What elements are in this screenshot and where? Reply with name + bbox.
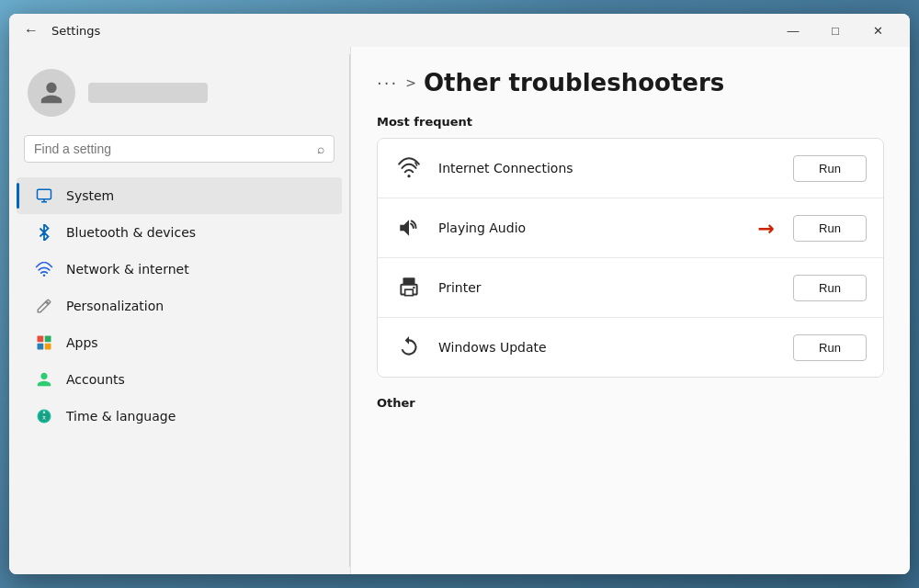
back-button[interactable]: ← — [20, 18, 42, 42]
run-button-printer[interactable]: Run — [793, 275, 867, 301]
accounts-icon — [35, 370, 53, 389]
sidebar-item-time[interactable]: A 文 Time & language — [17, 398, 342, 435]
breadcrumb: ··· > Other troubleshooters — [377, 69, 884, 96]
troubleshooter-item-audio: Playing Audio → Run — [378, 198, 883, 258]
troubleshooter-item-winupdate: Windows Update Run — [378, 318, 883, 377]
run-button-audio[interactable]: Run — [793, 215, 867, 242]
troubleshooter-item-printer: Printer Run — [378, 258, 883, 318]
maximize-button[interactable]: □ — [814, 16, 857, 45]
settings-window: ← Settings — □ ✕ ⌕ — [9, 14, 910, 574]
svg-text:A: A — [43, 411, 46, 414]
troubleshooter-left-printer: Printer — [394, 273, 482, 302]
search-input[interactable] — [34, 141, 310, 156]
time-icon: A 文 — [35, 407, 53, 425]
internet-icon — [394, 153, 424, 183]
sidebar-item-personalization[interactable]: Personalization — [17, 288, 342, 324]
svg-rect-13 — [405, 289, 414, 296]
troubleshooter-right-printer: Run — [793, 275, 867, 301]
svg-rect-14 — [413, 287, 414, 288]
sidebar-item-personalization-label: Personalization — [66, 299, 164, 313]
sidebar-item-accounts[interactable]: Accounts — [17, 361, 342, 398]
titlebar: ← Settings — □ ✕ — [9, 14, 910, 47]
main-panel: ··· > Other troubleshooters Most frequen… — [350, 47, 910, 574]
svg-rect-3 — [45, 336, 51, 343]
svg-point-1 — [43, 274, 46, 277]
wifi-icon — [35, 260, 53, 278]
section-label-frequent: Most frequent — [377, 115, 884, 129]
arrow-indicator: → — [758, 217, 775, 240]
update-icon — [394, 333, 424, 362]
sidebar-item-apps-label: Apps — [66, 335, 98, 350]
breadcrumb-dots: ··· — [377, 74, 398, 93]
sidebar-item-bluetooth-label: Bluetooth & devices — [66, 225, 196, 240]
titlebar-left: ← Settings — [20, 18, 100, 42]
user-section — [9, 58, 349, 135]
troubleshooter-item-internet: Internet Connections Run — [378, 139, 883, 198]
sidebar-item-system-label: System — [66, 188, 114, 203]
sidebar: ⌕ System — [9, 47, 349, 574]
troubleshooter-left-winupdate: Windows Update — [394, 333, 547, 362]
sidebar-item-system[interactable]: System — [17, 177, 342, 214]
troubleshooter-left-internet: Internet Connections — [394, 153, 573, 183]
sidebar-item-bluetooth[interactable]: Bluetooth & devices — [17, 214, 342, 251]
content-area: ⌕ System — [9, 47, 910, 574]
apps-icon — [35, 334, 53, 352]
playing-audio-label: Playing Audio — [438, 220, 526, 235]
section-label-other: Other — [377, 396, 884, 410]
run-button-winupdate[interactable]: Run — [793, 334, 867, 361]
audio-icon — [394, 213, 424, 243]
search-bar[interactable]: ⌕ — [24, 135, 335, 163]
avatar — [28, 69, 75, 117]
page-title: Other troubleshooters — [424, 69, 724, 96]
troubleshooter-left-audio: Playing Audio — [394, 213, 526, 243]
sidebar-item-accounts-label: Accounts — [66, 372, 125, 387]
sidebar-item-apps[interactable]: Apps — [17, 324, 342, 361]
sidebar-item-network-label: Network & internet — [66, 262, 189, 277]
troubleshooter-right-winupdate: Run — [793, 334, 867, 361]
svg-rect-4 — [38, 344, 44, 350]
breadcrumb-arrow: > — [405, 75, 416, 90]
user-name-placeholder — [88, 83, 208, 103]
svg-point-10 — [407, 175, 410, 177]
close-button[interactable]: ✕ — [857, 16, 899, 45]
minimize-button[interactable]: — — [772, 16, 814, 45]
search-icon: ⌕ — [317, 141, 324, 156]
run-button-internet[interactable]: Run — [793, 155, 867, 182]
bluetooth-icon — [35, 223, 53, 242]
printer-label: Printer — [438, 280, 482, 295]
troubleshooter-list-frequent: Internet Connections Run — [377, 138, 884, 378]
system-icon — [35, 187, 53, 205]
svg-text:文: 文 — [42, 415, 46, 420]
internet-connections-label: Internet Connections — [438, 161, 573, 175]
sidebar-item-time-label: Time & language — [66, 409, 176, 424]
svg-rect-0 — [38, 189, 51, 199]
svg-rect-2 — [38, 336, 44, 343]
troubleshooter-right-internet: Run — [793, 155, 867, 182]
windows-update-label: Windows Update — [438, 340, 547, 355]
svg-rect-5 — [45, 344, 51, 350]
sidebar-item-network[interactable]: Network & internet — [17, 251, 342, 288]
svg-rect-11 — [403, 277, 415, 285]
nav-items: System Bluetooth & devices — [9, 177, 349, 435]
printer-icon — [394, 273, 424, 302]
titlebar-title: Settings — [51, 24, 100, 38]
personalization-icon — [35, 297, 53, 315]
troubleshooter-right-audio: → Run — [758, 215, 867, 242]
titlebar-controls: — □ ✕ — [772, 16, 899, 45]
